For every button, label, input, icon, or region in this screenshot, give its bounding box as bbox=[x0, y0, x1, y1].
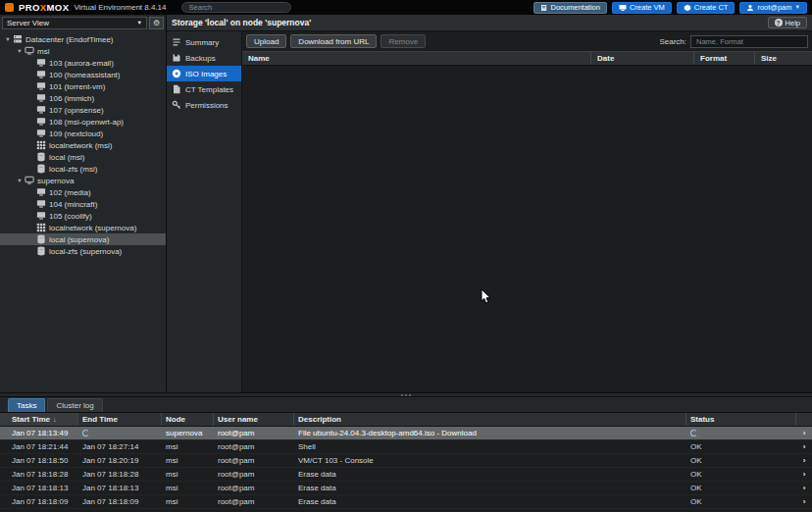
chevron-down-icon: ▼ bbox=[137, 21, 142, 26]
menu-item-summary[interactable]: Summary bbox=[167, 34, 241, 50]
task-row[interactable]: Jan 07 18:13:49supernovaroot@pamFile ubu… bbox=[0, 427, 812, 440]
task-row[interactable]: Jan 07 18:18:13Jan 07 18:18:13msiroot@pa… bbox=[0, 482, 812, 495]
tree-item-local-msi[interactable]: local (msi) bbox=[0, 151, 166, 163]
help-label: Help bbox=[786, 19, 800, 27]
create-vm-button[interactable]: Create VM bbox=[612, 2, 672, 14]
vm-icon bbox=[36, 81, 46, 91]
documentation-button[interactable]: Documentation bbox=[533, 2, 607, 14]
row-detail-chevron[interactable]: › bbox=[796, 470, 812, 479]
menu-item-backups[interactable]: Backups bbox=[167, 50, 241, 66]
task-column-node[interactable]: Node bbox=[162, 413, 214, 426]
help-button[interactable]: ? Help bbox=[768, 17, 807, 28]
node-icon bbox=[25, 176, 34, 185]
task-cell-end: Jan 07 18:27:14 bbox=[78, 442, 162, 451]
splitter-dot bbox=[405, 394, 407, 396]
iso-search: Search: bbox=[659, 35, 808, 48]
tree-item-101-torrent-vm[interactable]: 101 (torrent-vm) bbox=[0, 80, 166, 92]
row-detail-chevron[interactable]: › bbox=[796, 497, 812, 506]
task-cell-status: OK bbox=[686, 484, 796, 492]
tree-item-label: 103 (aurora-email) bbox=[49, 59, 114, 68]
row-detail-chevron[interactable]: › bbox=[796, 484, 812, 492]
task-cell-desc: Erase data bbox=[294, 470, 686, 479]
task-grid-header: Start Time↓End TimeNodeUser nameDescript… bbox=[0, 413, 812, 427]
menu-item-ct-templates[interactable]: CT Templates bbox=[167, 81, 241, 97]
tree-item-msi[interactable]: ▾msi bbox=[0, 45, 166, 57]
task-cell-status: OK bbox=[686, 442, 796, 451]
column-header-name[interactable]: Name bbox=[242, 52, 591, 65]
tree-item-104-mincraft[interactable]: 104 (mincraft) bbox=[0, 198, 166, 210]
task-row[interactable]: Jan 07 18:18:28Jan 07 18:18:28msiroot@pa… bbox=[0, 468, 812, 482]
create-vm-label: Create VM bbox=[630, 3, 665, 12]
expander-icon[interactable]: ▾ bbox=[15, 177, 25, 184]
column-header-date[interactable]: Date bbox=[591, 52, 694, 65]
tree-item-label: local (supernova) bbox=[49, 235, 109, 244]
tab-tasks[interactable]: Tasks bbox=[8, 398, 45, 412]
remove-button[interactable]: Remove bbox=[381, 34, 426, 48]
column-header-size[interactable]: Size bbox=[755, 52, 812, 65]
global-search-input[interactable] bbox=[181, 2, 291, 13]
task-column-status[interactable]: Status bbox=[686, 413, 796, 426]
task-column-end-time[interactable]: End Time bbox=[78, 413, 162, 426]
tree-item-datacenter-endoftimee[interactable]: ▾Datacenter (EndofTimee) bbox=[0, 33, 166, 45]
book-icon bbox=[540, 4, 548, 12]
download-from-url-button[interactable]: Download from URL bbox=[290, 34, 377, 48]
task-row[interactable]: Jan 07 18:21:44Jan 07 18:27:14msiroot@pa… bbox=[0, 440, 812, 454]
task-column-start-time[interactable]: Start Time↓ bbox=[0, 413, 78, 426]
user-menu-button[interactable]: root@pam ▼ bbox=[739, 2, 807, 14]
row-detail-chevron[interactable]: › bbox=[796, 456, 812, 465]
storage-icon bbox=[36, 234, 46, 244]
tree-item-local-zfs-msi[interactable]: local-zfs (msi) bbox=[0, 163, 166, 175]
node-icon bbox=[25, 46, 34, 56]
task-cell-node: supernova bbox=[162, 429, 214, 437]
row-detail-chevron[interactable]: › bbox=[796, 429, 812, 437]
tree-item-102-media[interactable]: 102 (media) bbox=[0, 186, 166, 198]
tree-item-103-aurora-email[interactable]: 103 (aurora-email) bbox=[0, 57, 166, 69]
task-column-user-name[interactable]: User name bbox=[214, 413, 294, 426]
datacenter-icon bbox=[13, 34, 23, 44]
splitter-dot bbox=[409, 394, 411, 396]
tree-item-local-supernova[interactable]: local (supernova) bbox=[0, 233, 166, 245]
tree-settings-button[interactable]: ⚙ bbox=[149, 17, 164, 29]
menu-item-permissions[interactable]: Permissions bbox=[167, 97, 241, 113]
tree-item-107-opnsense[interactable]: 107 (opnsense) bbox=[0, 104, 166, 116]
tree-item-100-homeassistant[interactable]: 100 (homeassistant) bbox=[0, 69, 166, 80]
task-cell-start: Jan 07 18:18:09 bbox=[0, 497, 78, 506]
tree-item-supernova[interactable]: ▾supernova bbox=[0, 175, 166, 186]
tree-item-106-immich[interactable]: 106 (immich) bbox=[0, 92, 166, 104]
iso-search-input[interactable] bbox=[690, 35, 808, 48]
content-area: Storage 'local' on node 'supernova' ? He… bbox=[167, 15, 812, 392]
create-ct-button[interactable]: Create CT bbox=[677, 2, 736, 14]
tree-item-localnetwork-msi[interactable]: localnetwork (msi) bbox=[0, 139, 166, 151]
task-column-description[interactable]: Description bbox=[294, 413, 686, 426]
tree-item-108-msi-openwrt-ap[interactable]: 108 (msi-openwrt-ap) bbox=[0, 116, 166, 128]
tree-item-label: Datacenter (EndofTimee) bbox=[25, 35, 114, 44]
expander-icon[interactable]: ▾ bbox=[3, 35, 13, 43]
tree-item-local-zfs-supernova[interactable]: local-zfs (supernova) bbox=[0, 245, 166, 257]
column-header-format[interactable]: Format bbox=[694, 52, 755, 65]
tree-item-localnetwork-supernova[interactable]: localnetwork (supernova) bbox=[0, 222, 166, 233]
task-row[interactable]: Jan 07 18:18:09Jan 07 18:18:09msiroot@pa… bbox=[0, 495, 812, 509]
task-cell-node: msi bbox=[162, 470, 214, 479]
row-detail-chevron[interactable]: › bbox=[796, 442, 812, 451]
view-selector[interactable]: Server View ▼ bbox=[2, 17, 147, 29]
storage-icon bbox=[36, 246, 46, 256]
template-icon bbox=[172, 84, 181, 94]
task-cell-desc: VM/CT 103 - Console bbox=[294, 456, 686, 465]
tree-item-109-nextcloud[interactable]: 109 (nextcloud) bbox=[0, 128, 166, 139]
menu-item-iso-images[interactable]: ISO Images bbox=[167, 66, 241, 81]
tree-item-label: localnetwork (msi) bbox=[49, 141, 112, 150]
proxmox-window: PROXMOX Virtual Environment 8.4.14 Docum… bbox=[0, 0, 812, 512]
iso-panel: Upload Download from URL Remove Search: … bbox=[242, 31, 812, 392]
task-cell-node: msi bbox=[162, 497, 214, 506]
expander-icon[interactable]: ▾ bbox=[15, 47, 25, 55]
network-icon bbox=[36, 140, 46, 150]
tree-item-label: 102 (media) bbox=[49, 188, 91, 197]
task-row[interactable]: Jan 07 18:18:50Jan 07 18:20:19msiroot@pa… bbox=[0, 454, 812, 468]
task-column-label: Status bbox=[690, 415, 714, 424]
storage-icon bbox=[36, 152, 46, 162]
upload-button[interactable]: Upload bbox=[246, 34, 286, 48]
tab-cluster-log[interactable]: Cluster log bbox=[47, 398, 102, 412]
iso-grid-body[interactable] bbox=[242, 66, 812, 392]
tree-item-105-coolify[interactable]: 105 (coolify) bbox=[0, 210, 166, 222]
storage-menu: SummaryBackupsISO ImagesCT TemplatesPerm… bbox=[167, 31, 242, 392]
